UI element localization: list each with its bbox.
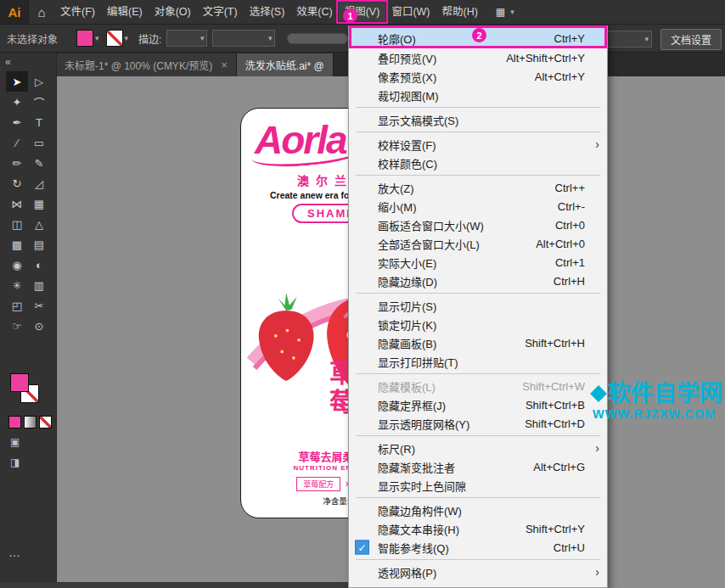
gradient-tool[interactable]: ▤ (28, 234, 50, 255)
menu-item-20[interactable]: 显示打印拼贴(T) (349, 352, 607, 371)
pen-tool[interactable]: ✒ (6, 112, 28, 132)
menu-item-19[interactable]: 隐藏画板(B)Shift+Ctrl+H (349, 333, 607, 352)
rotate-tool[interactable]: ↻ (6, 173, 28, 193)
selection-tool[interactable]: ➤ (6, 71, 28, 92)
menu-item-label: 校样设置(F) (378, 137, 436, 153)
zoom-tool[interactable]: ⊙ (28, 316, 50, 336)
menu-item-14[interactable]: 实际大小(E)Ctrl+1 (349, 253, 607, 272)
menu-item-15[interactable]: 隐藏边缘(D)Ctrl+H (349, 272, 607, 290)
menu-item-17[interactable]: 显示切片(S) (349, 296, 607, 315)
menu-item-2[interactable]: 像素预览(X)Alt+Ctrl+Y (349, 67, 607, 86)
fill-color-control[interactable] (76, 30, 93, 47)
shape-builder-tool[interactable]: ◫ (6, 214, 28, 234)
menu-item-3[interactable]: 裁切视图(M) (349, 86, 607, 104)
mesh-tool[interactable]: ▩ (6, 234, 28, 255)
draw-normal-icon[interactable]: ▣ (10, 436, 20, 448)
workspace-switcher[interactable]: ▦ ▾ (496, 6, 514, 18)
menu-item-shortcut: Shift+Ctrl+W (522, 380, 585, 393)
chevron-down-icon: ▾ (644, 35, 649, 43)
menu-separator (356, 175, 600, 176)
menu-item-11[interactable]: 缩小(M)Ctrl+- (349, 197, 607, 216)
checkmark-icon: ✓ (355, 540, 369, 555)
fill-swatch[interactable] (10, 373, 29, 392)
artboard-tool[interactable]: ◰ (6, 295, 28, 316)
tab-close-icon[interactable]: × (221, 59, 228, 71)
stroke-color-control[interactable] (106, 30, 123, 47)
app-logo-icon[interactable]: Ai (0, 0, 29, 24)
line-segment-tool[interactable]: ∕ (6, 132, 28, 153)
none-button[interactable] (39, 416, 52, 428)
menu-item-30[interactable]: 隐藏边角构件(W) (349, 501, 607, 519)
opacity-slider[interactable] (287, 33, 348, 44)
width-tool[interactable]: ⋈ (6, 193, 28, 214)
watermark-title: 软件自学网 (608, 382, 722, 406)
brush-style-select[interactable]: ▾ (212, 30, 275, 47)
perspective-grid-tool[interactable]: △ (28, 214, 50, 234)
menu-item-7[interactable]: 校样设置(F)› (349, 135, 607, 154)
type-tool[interactable]: T (28, 112, 50, 132)
menu-item-1[interactable]: 叠印预览(V)Alt+Shift+Ctrl+Y (349, 48, 607, 67)
magic-wand-tool[interactable]: ✦ (6, 92, 28, 112)
menu-separator (356, 293, 600, 294)
paintbrush-tool[interactable]: ✏ (6, 153, 28, 173)
menu-item-label: 裁切视图(M) (378, 87, 439, 104)
eyedropper-tool[interactable]: ◉ (6, 255, 28, 275)
document-setup-button[interactable]: 文档设置 (660, 29, 722, 50)
menubar-item-5[interactable]: 选择(S) (244, 3, 291, 21)
menu-item-10[interactable]: 放大(Z)Ctrl++ (349, 178, 607, 197)
slice-tool[interactable]: ✂ (28, 295, 50, 316)
fill-caret-icon[interactable]: ▾ (95, 34, 99, 42)
menu-item-32[interactable]: ✓智能参考线(Q)Ctrl+U (349, 538, 607, 557)
menubar-item-1[interactable]: 文件(F) (54, 3, 101, 21)
menu-item-8[interactable]: 校样颜色(C) (349, 154, 607, 172)
menu-item-label: 显示透明度网格(Y) (378, 416, 469, 432)
menu-item-23[interactable]: 隐藏定界框(J)Shift+Ctrl+B (349, 395, 607, 414)
menu-item-18[interactable]: 锁定切片(K) (349, 315, 607, 333)
menubar-item-8[interactable]: 窗口(W) (385, 3, 436, 21)
panel-collapse-icon[interactable]: « (0, 53, 56, 71)
tab-title: 洗发水贴纸.ai* @ (245, 58, 324, 72)
home-icon[interactable]: ⌂ (29, 5, 54, 20)
menu-item-12[interactable]: 画板适合窗口大小(W)Ctrl+0 (349, 216, 607, 234)
menu-item-34[interactable]: 透视网格(P)› (349, 563, 607, 581)
menu-item-28[interactable]: 显示实时上色间隙 (349, 476, 607, 495)
column-graph-tool[interactable]: ▥ (28, 275, 50, 295)
menu-item-24[interactable]: 显示透明度网格(Y)Shift+Ctrl+D (349, 414, 607, 433)
style-select[interactable]: ▾ (604, 31, 652, 48)
screen-mode-icon[interactable]: ◨ (10, 456, 20, 468)
menubar-item-3[interactable]: 对象(O) (149, 3, 197, 21)
free-transform-tool[interactable]: ▦ (28, 193, 50, 214)
hand-tool[interactable]: ☞ (6, 316, 28, 336)
menu-item-label: 实际大小(E) (378, 255, 436, 271)
blend-tool[interactable]: ◐ (28, 255, 50, 275)
menu-item-13[interactable]: 全部适合窗口大小(L)Alt+Ctrl+0 (349, 234, 607, 253)
menubar-item-6[interactable]: 效果(C) (290, 3, 338, 21)
menu-item-5[interactable]: 显示文稿模式(S) (349, 110, 607, 129)
gradient-button[interactable] (24, 416, 37, 428)
menu-item-label: 标尺(R) (378, 440, 415, 456)
menubar-item-9[interactable]: 帮助(H) (436, 3, 484, 21)
label-brand-chinese: 澳尔兰 (297, 171, 353, 188)
menu-separator (356, 132, 600, 132)
lasso-tool[interactable]: ⌒ (28, 92, 50, 112)
menu-item-31[interactable]: 隐藏文本串接(H)Shift+Ctrl+Y (349, 519, 607, 538)
menu-item-26[interactable]: 标尺(R)› (349, 439, 607, 457)
rectangle-tool[interactable]: ▭ (28, 132, 50, 153)
symbol-sprayer-tool[interactable]: ✳ (6, 275, 28, 295)
menu-item-label: 全部适合窗口大小(L) (378, 236, 480, 252)
menu-item-shortcut: Alt+Ctrl+Y (535, 70, 585, 83)
stroke-weight-select[interactable]: ▾ (166, 30, 207, 47)
direct-selection-tool[interactable]: ▷ (28, 71, 50, 92)
scale-tool[interactable]: ◿ (28, 173, 50, 193)
stroke-caret-icon[interactable]: ▾ (125, 34, 129, 42)
menu-item-label: 透视网格(P) (378, 564, 436, 580)
document-tab-1[interactable]: 未标题-1* @ 100% (CMYK/预览)× (56, 53, 237, 76)
menubar-item-4[interactable]: 文字(T) (197, 3, 244, 21)
document-tab-2[interactable]: 洗发水贴纸.ai* @ (237, 53, 334, 76)
menu-item-27[interactable]: 隐藏渐变批注者Alt+Ctrl+G (349, 457, 607, 476)
color-button[interactable] (8, 416, 21, 428)
more-tools-icon[interactable]: … (8, 546, 21, 559)
menubar-item-2[interactable]: 编辑(E) (101, 3, 149, 21)
stroke-weight-label: 描边: (138, 31, 161, 46)
pencil-tool[interactable]: ✎ (28, 153, 50, 173)
